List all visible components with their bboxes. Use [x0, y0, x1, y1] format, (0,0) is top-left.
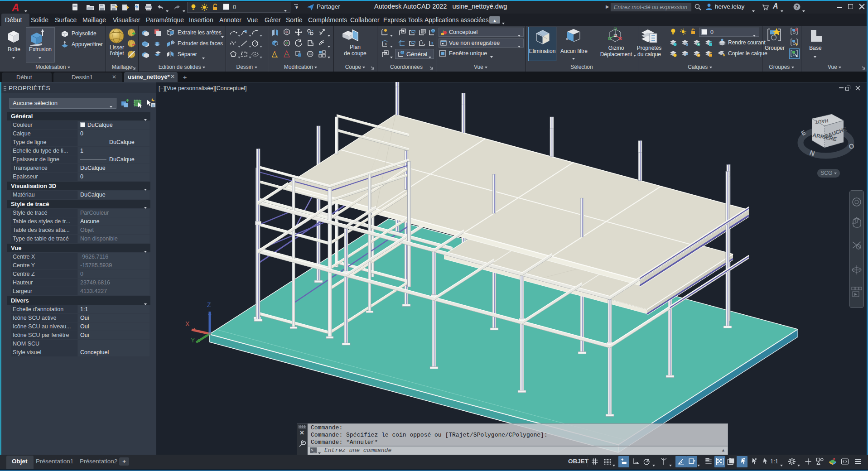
svg-text:x: x [385, 42, 387, 45]
svg-text:Z: Z [207, 301, 211, 308]
svg-text:3: 3 [431, 41, 434, 45]
svg-text:X: X [185, 320, 190, 327]
svg-text:Y: Y [191, 336, 195, 344]
svg-text:?: ? [796, 4, 799, 10]
svg-text:z: z [422, 41, 424, 44]
